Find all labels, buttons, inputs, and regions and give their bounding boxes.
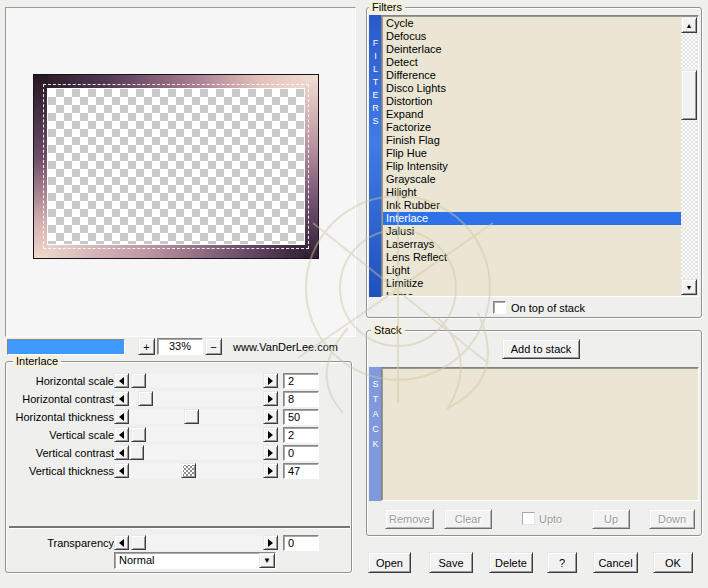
on-top-of-stack-checkbox[interactable] bbox=[493, 301, 506, 314]
blend-mode-dropdown[interactable]: Normal ▼ bbox=[114, 552, 276, 569]
zoom-in-button[interactable]: + bbox=[138, 338, 155, 355]
upto-checkbox[interactable] bbox=[522, 512, 535, 525]
filter-list-item[interactable]: Factorize bbox=[383, 121, 681, 134]
filter-list-item[interactable]: Defocus bbox=[383, 30, 681, 43]
filter-list-item[interactable]: Disco Lights bbox=[383, 82, 681, 95]
filter-list-item[interactable]: Deinterlace bbox=[383, 43, 681, 56]
slider-2-left-arrow-icon[interactable] bbox=[114, 409, 129, 424]
stack-items bbox=[383, 369, 697, 499]
open-button[interactable]: Open bbox=[368, 552, 411, 573]
slider-2-track[interactable] bbox=[129, 409, 263, 424]
filter-list-item[interactable]: Flip Intensity bbox=[383, 160, 681, 173]
slider-5-label: Vertical thickness bbox=[8, 465, 114, 477]
filter-list-item[interactable]: Lens Reflect bbox=[383, 251, 681, 264]
separator-line bbox=[9, 526, 350, 529]
transparency-label: Transparency bbox=[8, 537, 114, 549]
slider-5-value-input[interactable]: 47 bbox=[283, 463, 319, 479]
slider-1-row: Horizontal contrast8 bbox=[6, 391, 351, 407]
slider-0-thumb[interactable] bbox=[131, 373, 146, 388]
slider-3-left-arrow-icon[interactable] bbox=[114, 427, 129, 442]
add-to-stack-button[interactable]: Add to stack bbox=[502, 339, 580, 359]
filter-list-item[interactable]: Cycle bbox=[383, 17, 681, 30]
filter-list-item[interactable]: Difference bbox=[383, 69, 681, 82]
save-button[interactable]: Save bbox=[429, 552, 473, 573]
transparency-left-arrow-icon[interactable] bbox=[114, 535, 129, 550]
help-button[interactable]: ? bbox=[547, 552, 577, 573]
filters-group-label: Filters bbox=[369, 1, 405, 14]
filter-list-item[interactable]: Jalusi bbox=[383, 225, 681, 238]
zoom-level-field[interactable]: 33% bbox=[157, 338, 203, 355]
filter-list-item[interactable]: Lomo bbox=[383, 290, 681, 295]
slider-4-value-input[interactable]: 0 bbox=[283, 445, 319, 461]
slider-3-row: Vertical scale2 bbox=[6, 427, 351, 443]
transparency-value-input[interactable]: 0 bbox=[283, 535, 319, 551]
filters-scrollbar[interactable]: ▲ ▼ bbox=[681, 17, 697, 295]
scrollbar-thumb[interactable] bbox=[681, 70, 697, 120]
slider-0-left-arrow-icon[interactable] bbox=[114, 373, 129, 388]
slider-2-row: Horizontal thickness50 bbox=[6, 409, 351, 425]
slider-3-right-arrow-icon[interactable] bbox=[263, 427, 278, 442]
slider-0-right-arrow-icon[interactable] bbox=[263, 373, 278, 388]
stack-listbox[interactable] bbox=[381, 367, 699, 501]
website-link[interactable]: www.VanDerLee.com bbox=[233, 341, 338, 353]
ok-button[interactable]: OK bbox=[653, 552, 693, 573]
slider-5-left-arrow-icon[interactable] bbox=[114, 463, 129, 478]
transparency-thumb[interactable] bbox=[131, 535, 146, 550]
filter-list-item[interactable]: Expand bbox=[383, 108, 681, 121]
slider-4-left-arrow-icon[interactable] bbox=[114, 445, 129, 460]
slider-1-left-arrow-icon[interactable] bbox=[114, 391, 129, 406]
filter-list-item[interactable]: Limitize bbox=[383, 277, 681, 290]
right-triangle-icon bbox=[268, 377, 277, 385]
left-triangle-icon bbox=[115, 431, 124, 439]
up-button[interactable]: Up bbox=[592, 509, 630, 529]
filter-list-item[interactable]: Flip Hue bbox=[383, 147, 681, 160]
remove-button[interactable]: Remove bbox=[385, 509, 434, 529]
slider-1-value-input[interactable]: 8 bbox=[283, 391, 319, 407]
filter-list-item[interactable]: Finish Flag bbox=[383, 134, 681, 147]
blend-mode-value: Normal bbox=[119, 554, 154, 567]
slider-4-thumb[interactable] bbox=[129, 445, 144, 460]
filter-list-item[interactable]: Interlace bbox=[383, 212, 681, 225]
slider-5-track[interactable] bbox=[129, 463, 263, 478]
cancel-button[interactable]: Cancel bbox=[593, 552, 638, 573]
clear-button[interactable]: Clear bbox=[444, 509, 492, 529]
slider-0-row: Horizontal scale2 bbox=[6, 373, 351, 389]
transparency-track[interactable] bbox=[129, 535, 263, 550]
slider-5-thumb[interactable] bbox=[181, 463, 196, 478]
slider-4-track[interactable] bbox=[129, 445, 263, 460]
slider-1-thumb[interactable] bbox=[138, 391, 153, 406]
left-triangle-icon bbox=[115, 467, 124, 475]
slider-2-value-input[interactable]: 50 bbox=[283, 409, 319, 425]
slider-0-track[interactable] bbox=[129, 373, 263, 388]
slider-5-row: Vertical thickness47 bbox=[6, 463, 351, 479]
delete-button[interactable]: Delete bbox=[489, 552, 533, 573]
filter-list-item[interactable]: Light bbox=[383, 264, 681, 277]
filter-list-item[interactable]: Laserrays bbox=[383, 238, 681, 251]
filter-list-item[interactable]: Distortion bbox=[383, 95, 681, 108]
filter-list-item[interactable]: Grayscale bbox=[383, 173, 681, 186]
slider-1-track[interactable] bbox=[129, 391, 263, 406]
slider-4-right-arrow-icon[interactable] bbox=[263, 445, 278, 460]
dropdown-arrow-icon[interactable]: ▼ bbox=[259, 553, 275, 568]
zoom-out-button[interactable]: − bbox=[205, 338, 222, 355]
stack-group-label: Stack bbox=[371, 324, 405, 337]
frame-edge-top bbox=[34, 75, 318, 89]
slider-2-right-arrow-icon[interactable] bbox=[263, 409, 278, 424]
slider-0-value-input[interactable]: 2 bbox=[283, 373, 319, 389]
filter-list-item[interactable]: Detect bbox=[383, 56, 681, 69]
slider-3-track[interactable] bbox=[129, 427, 263, 442]
slider-5-right-arrow-icon[interactable] bbox=[263, 463, 278, 478]
slider-3-thumb[interactable] bbox=[131, 427, 146, 442]
slider-1-right-arrow-icon[interactable] bbox=[263, 391, 278, 406]
slider-2-thumb[interactable] bbox=[184, 409, 199, 424]
scroll-down-icon[interactable]: ▼ bbox=[681, 279, 697, 295]
filter-list-item[interactable]: Hilight bbox=[383, 186, 681, 199]
slider-3-label: Vertical scale bbox=[8, 429, 114, 441]
slider-3-value-input[interactable]: 2 bbox=[283, 427, 319, 443]
filter-list-item[interactable]: Ink Rubber bbox=[383, 199, 681, 212]
slider-1-label: Horizontal contrast bbox=[8, 393, 114, 405]
filters-listbox[interactable]: CycleDefocusDeinterlaceDetectDifferenceD… bbox=[381, 15, 699, 297]
down-button[interactable]: Down bbox=[649, 509, 695, 529]
scroll-up-icon[interactable]: ▲ bbox=[681, 17, 697, 33]
transparency-right-arrow-icon[interactable] bbox=[263, 535, 278, 550]
